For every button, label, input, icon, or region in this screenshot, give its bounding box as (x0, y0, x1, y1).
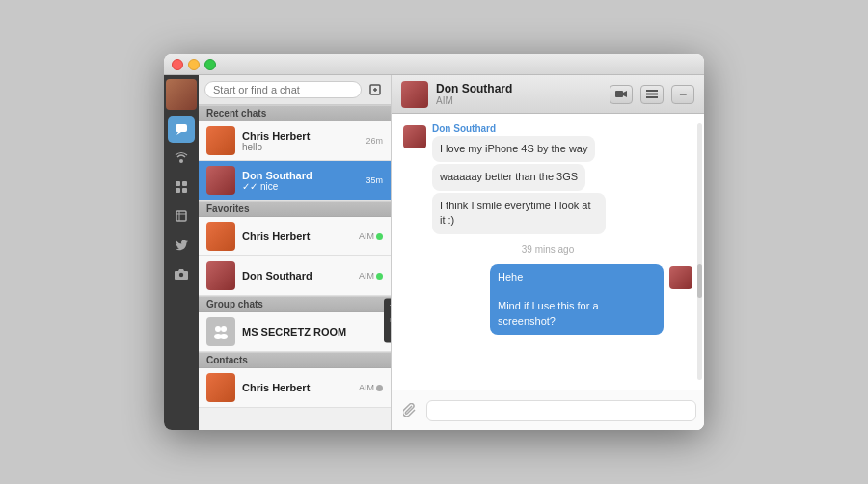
chat-name: Don Southard (242, 170, 359, 181)
user-avatar[interactable] (166, 79, 197, 110)
message-content: HeheMind if I use this for a screenshot? (490, 264, 664, 336)
chat-name: Chris Herbert (242, 382, 352, 393)
chat-panel: Don Southard AIM − (392, 75, 704, 430)
chat-item-chris-contact[interactable]: Chris Herbert AIM (199, 368, 391, 408)
svg-point-15 (221, 326, 227, 332)
chat-info: MS SECRETZ ROOM (242, 326, 383, 337)
scrollbar-thumb[interactable] (697, 264, 702, 298)
sidebar-icon-chat[interactable] (168, 116, 195, 143)
message-bubble-outgoing: HeheMind if I use this for a screenshot? (490, 264, 664, 336)
message-group-don: Don Southard I love my iPhone 4S by the … (403, 123, 692, 234)
compose-button[interactable] (366, 80, 385, 99)
svg-rect-3 (176, 181, 180, 186)
message-content: I think I smile everytime I look at it :… (432, 193, 606, 234)
search-bar (199, 75, 391, 105)
messages-area: Don Southard I love my iPhone 4S by the … (392, 114, 704, 344)
aim-badge: AIM (359, 231, 383, 241)
message-bubble: I love my iPhone 4S by the way (432, 136, 595, 162)
group-icon (206, 317, 235, 346)
svg-point-2 (179, 159, 183, 163)
svg-marker-19 (623, 91, 627, 97)
chat-avatar (206, 166, 235, 195)
search-input[interactable] (204, 81, 362, 98)
chat-avatar (206, 261, 235, 290)
chat-preview: hello (242, 142, 359, 152)
chat-item-chris-fav[interactable]: Chris Herbert AIM (199, 217, 391, 256)
chat-info: Chris Herbert hello (242, 130, 359, 152)
title-bar (164, 54, 704, 75)
input-area (392, 390, 704, 430)
chat-item-don-recent[interactable]: Don Southard ✓✓ nice 35m (199, 161, 391, 201)
sidebar-icon-twitter[interactable] (168, 231, 195, 258)
svg-rect-20 (646, 90, 658, 92)
aim-badge: AIM (359, 271, 383, 281)
svg-rect-21 (646, 94, 658, 95)
chat-avatar (206, 222, 235, 251)
delivered-icon: ✓✓ (242, 181, 258, 192)
message-content: waaaaay better than the 3GS (432, 164, 585, 190)
chat-info: Don Southard (242, 270, 352, 282)
menu-button[interactable] (640, 85, 664, 104)
chat-item-ms-group[interactable]: MS SECRETZ ROOM (199, 312, 391, 352)
message-sender: Don Southard (432, 123, 595, 134)
sidebar-icon-grid[interactable] (168, 174, 195, 201)
minimize-button[interactable] (188, 59, 200, 70)
app-window: Recent chats Chris Herbert hello 26m Don… (164, 54, 704, 430)
svg-point-17 (220, 334, 228, 339)
message-bubble: I think I smile everytime I look at it :… (432, 193, 606, 234)
chat-header: Don Southard AIM − (392, 75, 704, 114)
message-avatar (403, 125, 426, 148)
aim-label: AIM (359, 271, 374, 281)
aim-label: AIM (359, 231, 374, 241)
chat-header-info: Don Southard AIM (436, 82, 602, 106)
attach-button[interactable] (399, 400, 420, 421)
svg-rect-5 (176, 188, 180, 193)
offline-indicator (376, 385, 383, 391)
chat-item-don-fav[interactable]: Don Southard AIM (199, 256, 391, 296)
svg-marker-1 (176, 132, 181, 135)
icon-sidebar (164, 75, 199, 430)
svg-point-14 (215, 326, 221, 332)
chat-header-service: AIM (436, 95, 602, 106)
chat-avatar (206, 126, 235, 155)
message-content: Don Southard I love my iPhone 4S by the … (432, 123, 595, 162)
sidebar-icon-broadcast[interactable] (168, 145, 195, 172)
message-row: I think I smile everytime I look at it :… (432, 193, 692, 234)
message-avatar-self (669, 266, 692, 289)
chat-info: Chris Herbert (242, 230, 352, 242)
maximize-button[interactable] (204, 59, 216, 70)
message-input[interactable] (426, 400, 696, 421)
chat-header-avatar (401, 81, 428, 108)
chat-avatar (206, 373, 235, 402)
online-indicator (376, 273, 383, 280)
chat-time: 26m (366, 136, 383, 146)
section-favorites: Favorites (199, 201, 391, 217)
video-call-button[interactable] (610, 85, 633, 104)
sidebar-icon-camera[interactable] (168, 260, 195, 287)
scrollbar-track[interactable] (697, 123, 702, 380)
svg-rect-6 (182, 188, 187, 193)
chat-time: 35m (366, 175, 383, 185)
chat-list-panel: Recent chats Chris Herbert hello 26m Don… (199, 75, 392, 430)
section-contacts: Contacts (199, 352, 391, 368)
chat-info: Don Southard ✓✓ nice (242, 170, 359, 192)
message-row: Don Southard I love my iPhone 4S by the … (403, 123, 692, 162)
messages-wrapper: Don Southard I love my iPhone 4S by the … (392, 114, 704, 390)
close-chat-button[interactable]: − (671, 85, 694, 104)
svg-rect-4 (182, 181, 187, 186)
chat-info: Chris Herbert (242, 382, 352, 393)
traffic-lights (172, 59, 216, 70)
svg-point-10 (179, 273, 183, 277)
timestamp: 39 mins ago (403, 244, 692, 255)
svg-rect-18 (615, 91, 623, 97)
svg-rect-22 (646, 96, 658, 98)
svg-rect-7 (176, 211, 186, 221)
message-row: waaaaay better than the 3GS (432, 164, 692, 190)
chat-item-chris-recent[interactable]: Chris Herbert hello 26m (199, 121, 391, 161)
close-button[interactable] (172, 59, 183, 70)
sidebar-icon-refresh[interactable] (168, 202, 195, 229)
chat-name: MS SECRETZ ROOM (242, 326, 383, 337)
feedback-tab[interactable]: Feedback (384, 299, 392, 343)
chat-name: Chris Herbert (242, 130, 359, 142)
app-body: Recent chats Chris Herbert hello 26m Don… (164, 75, 704, 430)
